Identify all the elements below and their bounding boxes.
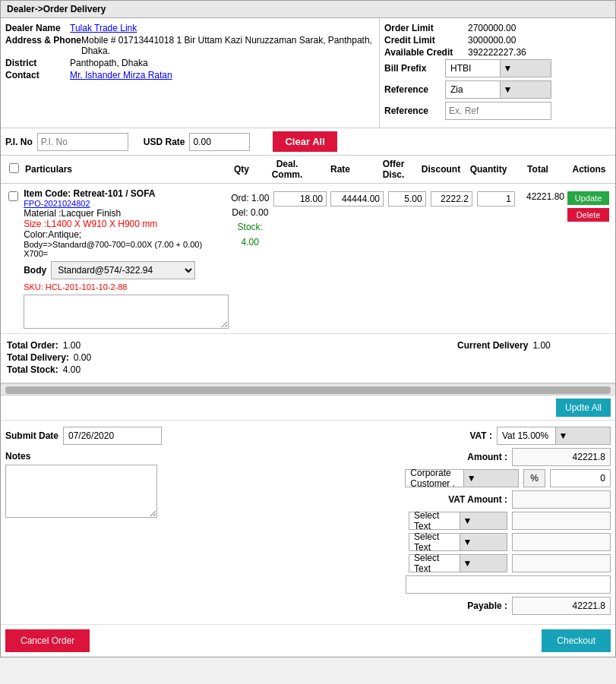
item-body-formula: Body=>Standard@700-700=0.00X (7.00 + 0.0… (24, 240, 229, 258)
th-deal-comm: Deal.Comm. (264, 159, 310, 180)
reference1-label: Reference (384, 84, 445, 95)
th-rate: Rate (310, 164, 371, 175)
total-delivery-row: Total Delivery: 0.00 (7, 352, 457, 363)
reference1-arrow: ▼ (500, 81, 551, 98)
dealer-contact-value[interactable]: Mr. Ishander Mirza Ratan (70, 70, 374, 80)
bill-prefix-label: Bill Prefix (384, 63, 445, 74)
select-text-button-1[interactable]: Select Text ▼ (409, 512, 507, 530)
select-text-button-3[interactable]: Select Text ▼ (409, 554, 507, 572)
dealer-name-label: Dealer Name (5, 23, 70, 33)
item-discount-cell (428, 188, 475, 206)
dealer-name-row: Dealer Name Tulak Trade Link (5, 23, 374, 33)
percent-input[interactable] (550, 469, 611, 487)
horizontal-scrollbar[interactable] (1, 383, 615, 396)
submit-date-row: Submit Date (5, 427, 248, 445)
order-limit-value: 2700000.00 (468, 23, 516, 33)
item-sku: SKU: HCL-201-101-10-2-88 (24, 282, 229, 292)
stock-label: Stock: (238, 222, 263, 232)
notes-textarea[interactable] (5, 465, 157, 518)
th-discount: Discount (416, 164, 466, 175)
vat-value: Vat 15.00% (498, 429, 555, 443)
customer-row: Corporate Customer . ▼ % (256, 469, 611, 487)
item-discount-input[interactable] (431, 191, 472, 206)
item-rate-input[interactable] (273, 191, 327, 206)
credit-limit-value: 3000000.00 (468, 35, 516, 46)
stock-value: 4.00 (242, 237, 259, 247)
total-stock-row: Total Stock: 4.00 (7, 364, 457, 375)
credit-limit-label: Credit Limit (384, 35, 468, 46)
dealer-info: Dealer Name Tulak Trade Link Address & P… (1, 18, 380, 128)
table-header: Particulars Qty Deal.Comm. Rate OfferDis… (1, 155, 615, 184)
bill-prefix-select[interactable]: HTBI ▼ (445, 59, 551, 77)
select-text-val-1[interactable] (512, 512, 611, 530)
select-all-checkbox[interactable] (9, 163, 19, 173)
reference2-input[interactable] (445, 102, 551, 120)
item-ord-del-stock: Ord: 1.00 Del: 0.00 Stock: 4.00 (229, 188, 271, 250)
th-particulars: Particulars (25, 164, 219, 175)
reference2-row: Reference (384, 102, 611, 120)
checkout-button[interactable]: Checkout (542, 629, 611, 652)
vat-amount-input[interactable] (512, 490, 611, 509)
credit-limit-row: Credit Limit 3000000.00 (384, 35, 611, 46)
usd-input[interactable] (189, 133, 250, 151)
select-text-button-2[interactable]: Select Text ▼ (409, 533, 507, 551)
vat-select[interactable]: Vat 15.00% ▼ (497, 427, 611, 445)
amount-input[interactable] (512, 448, 611, 466)
select-text-val-2[interactable] (512, 533, 611, 551)
amount-row: Amount : (256, 448, 611, 466)
item-rate-cell (271, 188, 328, 206)
item-offer-input[interactable] (388, 191, 426, 206)
submit-date-input[interactable] (63, 427, 162, 445)
customer-select[interactable]: Corporate Customer . ▼ (405, 469, 519, 487)
delete-button[interactable]: Delete (567, 208, 609, 222)
update-button[interactable]: Update (567, 191, 609, 205)
customer-value: Corporate Customer . (406, 466, 463, 490)
th-quantity: Quantity (466, 164, 511, 175)
reference1-value: Zia (446, 83, 500, 96)
footer-right: VAT : Vat 15.00% ▼ Amount : Corporate Cu… (256, 427, 611, 618)
extra-input[interactable] (406, 575, 611, 594)
cancel-order-button[interactable]: Cancel Order (5, 629, 90, 652)
bill-prefix-row: Bill Prefix HTBI ▼ (384, 59, 611, 77)
totals-section: Total Order: 1.00 Total Delivery: 0.00 T… (1, 334, 615, 383)
item-deal-input[interactable] (330, 191, 384, 206)
item-quantity-input[interactable] (477, 191, 515, 206)
item-quantity-cell (475, 188, 517, 206)
title-bar: Dealer->Order Delivery (1, 1, 615, 18)
clear-all-button[interactable]: Clear All (273, 131, 336, 152)
item-fpo[interactable]: FPO-2021024802 (24, 199, 229, 208)
totals-right: Current Delivery 1.00 (457, 340, 609, 377)
amount-label: Amount : (447, 452, 507, 462)
scroll-thumb (5, 386, 611, 394)
body-label: Body (24, 265, 46, 276)
customer-arrow: ▼ (463, 470, 519, 487)
item-actions: Update Delete (567, 188, 614, 222)
header-section: Dealer Name Tulak Trade Link Address & P… (1, 18, 615, 128)
dealer-name-value[interactable]: Tulak Trade Link (70, 23, 374, 33)
available-credit-value: 392222227.36 (468, 47, 526, 58)
current-delivery-label: Current Delivery (457, 340, 528, 351)
pi-field-group: P.I. No (5, 133, 128, 151)
select-text-arrow-3: ▼ (460, 555, 507, 572)
pi-input[interactable] (37, 133, 128, 151)
material-value: Lacquer Finish (62, 208, 122, 219)
update-all-button[interactable]: Updte All (556, 399, 611, 417)
item-checkbox[interactable] (8, 191, 18, 201)
window-title: Dealer->Order Delivery (7, 4, 106, 14)
total-delivery-label: Total Delivery: (7, 352, 69, 363)
reference1-select[interactable]: Zia ▼ (445, 80, 551, 99)
select-text-row-2: Select Text ▼ (256, 533, 611, 551)
reference1-row: Reference Zia ▼ (384, 80, 611, 99)
body-select-row: Body Standard@574/-322.94 (24, 261, 229, 279)
body-select[interactable]: Standard@574/-322.94 (51, 261, 195, 279)
select-text-val-3[interactable] (512, 554, 611, 572)
th-offer-disc: OfferDisc. (371, 159, 416, 180)
pi-usd-row: P.I. No USD Rate Clear All (1, 128, 615, 155)
item-color: Color:Antique; (24, 229, 229, 240)
material-label: Material : (24, 208, 61, 219)
usd-field-group: USD Rate (144, 133, 251, 151)
item-notes-textarea[interactable] (24, 295, 229, 329)
notes-label: Notes (5, 451, 248, 462)
payable-input[interactable] (512, 597, 611, 615)
percent-button[interactable]: % (523, 469, 545, 487)
